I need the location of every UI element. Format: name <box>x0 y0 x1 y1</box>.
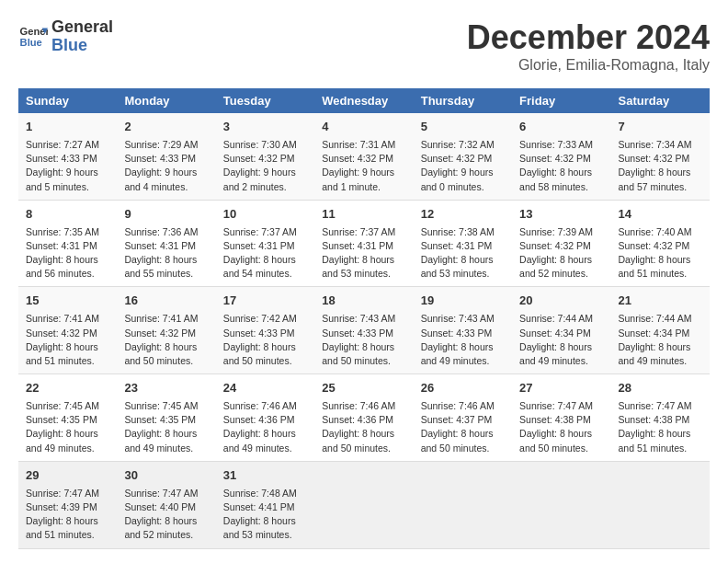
day-info: Sunrise: 7:46 AM Sunset: 4:36 PM Dayligh… <box>223 399 307 455</box>
week-row-5: 29Sunrise: 7:47 AM Sunset: 4:39 PM Dayli… <box>18 461 710 548</box>
day-info: Sunrise: 7:47 AM Sunset: 4:38 PM Dayligh… <box>519 399 603 455</box>
week-row-2: 8Sunrise: 7:35 AM Sunset: 4:31 PM Daylig… <box>18 200 710 287</box>
day-number: 18 <box>322 293 405 310</box>
day-number: 2 <box>124 119 208 136</box>
day-info: Sunrise: 7:40 AM Sunset: 4:32 PM Dayligh… <box>619 225 702 282</box>
logo-line1: General <box>51 18 113 37</box>
day-number: 5 <box>421 119 505 136</box>
day-number: 24 <box>223 380 307 397</box>
day-info: Sunrise: 7:48 AM Sunset: 4:41 PM Dayligh… <box>223 487 307 543</box>
day-number: 10 <box>223 206 307 224</box>
day-info: Sunrise: 7:36 AM Sunset: 4:31 PM Dayligh… <box>124 225 208 282</box>
day-cell <box>414 461 512 548</box>
day-info: Sunrise: 7:41 AM Sunset: 4:32 PM Dayligh… <box>124 312 208 368</box>
day-number: 23 <box>124 380 208 397</box>
title-block: December 2024 Glorie, Emilia-Romagna, It… <box>467 18 710 74</box>
day-cell: 1Sunrise: 7:27 AM Sunset: 4:33 PM Daylig… <box>18 113 117 200</box>
day-cell: 19Sunrise: 7:43 AM Sunset: 4:33 PM Dayli… <box>414 287 512 374</box>
day-number: 12 <box>421 206 505 224</box>
day-info: Sunrise: 7:37 AM Sunset: 4:31 PM Dayligh… <box>322 225 405 282</box>
logo-text: General Blue <box>51 18 113 55</box>
day-number: 11 <box>322 206 405 224</box>
day-number: 14 <box>619 206 702 224</box>
day-info: Sunrise: 7:46 AM Sunset: 4:36 PM Dayligh… <box>322 399 405 455</box>
day-cell: 27Sunrise: 7:47 AM Sunset: 4:38 PM Dayli… <box>512 374 610 462</box>
svg-text:Blue: Blue <box>20 36 42 47</box>
day-cell: 11Sunrise: 7:37 AM Sunset: 4:31 PM Dayli… <box>314 200 413 287</box>
header-friday: Friday <box>512 88 610 113</box>
day-cell: 15Sunrise: 7:41 AM Sunset: 4:32 PM Dayli… <box>18 287 117 374</box>
day-info: Sunrise: 7:31 AM Sunset: 4:32 PM Dayligh… <box>322 138 405 194</box>
location-subtitle: Glorie, Emilia-Romagna, Italy <box>467 57 710 74</box>
page-header: General Blue General Blue December 2024 … <box>18 18 710 74</box>
day-cell: 2Sunrise: 7:29 AM Sunset: 4:33 PM Daylig… <box>117 113 215 200</box>
day-info: Sunrise: 7:33 AM Sunset: 4:32 PM Dayligh… <box>519 138 603 194</box>
day-number: 26 <box>421 380 505 397</box>
day-cell: 25Sunrise: 7:46 AM Sunset: 4:36 PM Dayli… <box>314 374 413 462</box>
day-info: Sunrise: 7:46 AM Sunset: 4:37 PM Dayligh… <box>421 399 505 455</box>
calendar-table: SundayMondayTuesdayWednesdayThursdayFrid… <box>18 88 710 549</box>
day-cell: 22Sunrise: 7:45 AM Sunset: 4:35 PM Dayli… <box>18 374 117 462</box>
day-number: 21 <box>619 293 702 310</box>
day-info: Sunrise: 7:47 AM Sunset: 4:40 PM Dayligh… <box>124 487 208 543</box>
day-info: Sunrise: 7:43 AM Sunset: 4:33 PM Dayligh… <box>322 312 405 368</box>
day-cell <box>512 461 610 548</box>
day-cell: 12Sunrise: 7:38 AM Sunset: 4:31 PM Dayli… <box>414 200 512 287</box>
day-info: Sunrise: 7:42 AM Sunset: 4:33 PM Dayligh… <box>223 312 307 368</box>
day-cell: 18Sunrise: 7:43 AM Sunset: 4:33 PM Dayli… <box>314 287 413 374</box>
day-info: Sunrise: 7:47 AM Sunset: 4:39 PM Dayligh… <box>26 487 109 543</box>
day-number: 8 <box>26 206 109 224</box>
logo: General Blue General Blue <box>18 18 113 55</box>
calendar-header-row: SundayMondayTuesdayWednesdayThursdayFrid… <box>18 88 710 113</box>
week-row-3: 15Sunrise: 7:41 AM Sunset: 4:32 PM Dayli… <box>18 287 710 374</box>
day-number: 27 <box>519 380 603 397</box>
day-number: 31 <box>223 467 307 485</box>
header-monday: Monday <box>117 88 215 113</box>
day-cell: 23Sunrise: 7:45 AM Sunset: 4:35 PM Dayli… <box>117 374 215 462</box>
day-number: 4 <box>322 119 405 136</box>
day-number: 3 <box>223 119 307 136</box>
header-tuesday: Tuesday <box>216 88 314 113</box>
day-number: 1 <box>26 119 109 136</box>
day-info: Sunrise: 7:27 AM Sunset: 4:33 PM Dayligh… <box>26 138 109 194</box>
day-info: Sunrise: 7:30 AM Sunset: 4:32 PM Dayligh… <box>223 138 307 194</box>
month-title: December 2024 <box>467 18 710 57</box>
day-cell: 5Sunrise: 7:32 AM Sunset: 4:32 PM Daylig… <box>414 113 512 200</box>
day-cell: 20Sunrise: 7:44 AM Sunset: 4:34 PM Dayli… <box>512 287 610 374</box>
day-info: Sunrise: 7:37 AM Sunset: 4:31 PM Dayligh… <box>223 225 307 282</box>
header-thursday: Thursday <box>414 88 512 113</box>
day-cell: 7Sunrise: 7:34 AM Sunset: 4:32 PM Daylig… <box>611 113 710 200</box>
day-info: Sunrise: 7:47 AM Sunset: 4:38 PM Dayligh… <box>619 399 702 455</box>
day-cell: 6Sunrise: 7:33 AM Sunset: 4:32 PM Daylig… <box>512 113 610 200</box>
day-info: Sunrise: 7:43 AM Sunset: 4:33 PM Dayligh… <box>421 312 505 368</box>
day-info: Sunrise: 7:38 AM Sunset: 4:31 PM Dayligh… <box>421 225 505 282</box>
header-wednesday: Wednesday <box>314 88 413 113</box>
day-cell: 28Sunrise: 7:47 AM Sunset: 4:38 PM Dayli… <box>611 374 710 462</box>
day-cell <box>611 461 710 548</box>
day-number: 29 <box>26 467 109 485</box>
day-cell: 31Sunrise: 7:48 AM Sunset: 4:41 PM Dayli… <box>216 461 314 548</box>
day-info: Sunrise: 7:32 AM Sunset: 4:32 PM Dayligh… <box>421 138 505 194</box>
day-cell: 14Sunrise: 7:40 AM Sunset: 4:32 PM Dayli… <box>611 200 710 287</box>
day-cell: 26Sunrise: 7:46 AM Sunset: 4:37 PM Dayli… <box>414 374 512 462</box>
day-cell: 9Sunrise: 7:36 AM Sunset: 4:31 PM Daylig… <box>117 200 215 287</box>
day-number: 30 <box>124 467 208 485</box>
day-cell: 8Sunrise: 7:35 AM Sunset: 4:31 PM Daylig… <box>18 200 117 287</box>
day-info: Sunrise: 7:45 AM Sunset: 4:35 PM Dayligh… <box>124 399 208 455</box>
day-number: 25 <box>322 380 405 397</box>
header-sunday: Sunday <box>18 88 117 113</box>
day-cell: 17Sunrise: 7:42 AM Sunset: 4:33 PM Dayli… <box>216 287 314 374</box>
day-info: Sunrise: 7:34 AM Sunset: 4:32 PM Dayligh… <box>619 138 702 194</box>
day-number: 15 <box>26 293 109 310</box>
week-row-1: 1Sunrise: 7:27 AM Sunset: 4:33 PM Daylig… <box>18 113 710 200</box>
logo-icon: General Blue <box>18 22 48 52</box>
day-info: Sunrise: 7:29 AM Sunset: 4:33 PM Dayligh… <box>124 138 208 194</box>
logo-line2: Blue <box>51 37 113 55</box>
day-cell <box>314 461 413 548</box>
day-info: Sunrise: 7:45 AM Sunset: 4:35 PM Dayligh… <box>26 399 109 455</box>
day-cell: 29Sunrise: 7:47 AM Sunset: 4:39 PM Dayli… <box>18 461 117 548</box>
day-number: 28 <box>619 380 702 397</box>
day-number: 17 <box>223 293 307 310</box>
day-cell: 13Sunrise: 7:39 AM Sunset: 4:32 PM Dayli… <box>512 200 610 287</box>
day-cell: 3Sunrise: 7:30 AM Sunset: 4:32 PM Daylig… <box>216 113 314 200</box>
